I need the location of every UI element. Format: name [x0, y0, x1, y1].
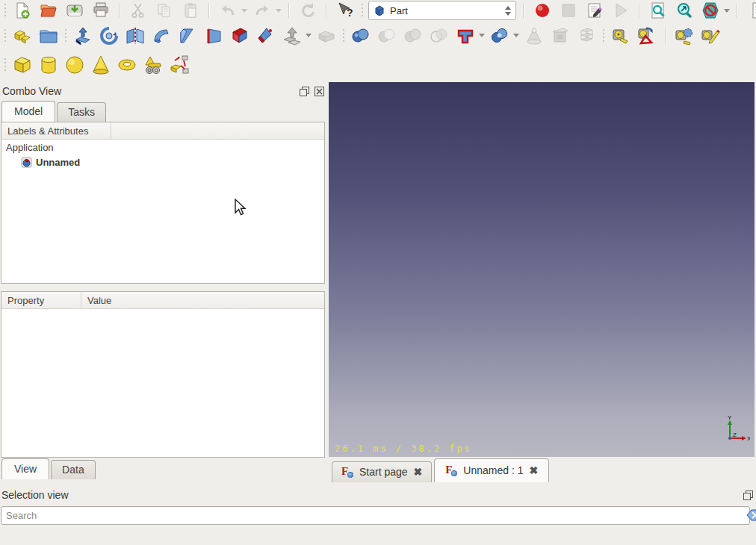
boolean-union-button[interactable] — [350, 25, 372, 46]
compound-dropdown[interactable] — [479, 34, 485, 37]
torus-button[interactable] — [116, 54, 138, 75]
print-button[interactable] — [90, 0, 112, 21]
sweep-button[interactable] — [281, 25, 303, 46]
shape-builder-button[interactable] — [168, 54, 190, 75]
tab-tasks[interactable]: Tasks — [57, 102, 106, 122]
slice-apart-button — [575, 25, 598, 46]
chamfer-button[interactable] — [176, 25, 199, 46]
value-column-header[interactable]: Value — [81, 295, 111, 306]
connect-button[interactable] — [489, 25, 511, 46]
fillet-button[interactable] — [150, 25, 173, 46]
part-workbench-button[interactable] — [11, 25, 34, 46]
separator — [639, 3, 640, 18]
slice-apart-icon — [577, 26, 596, 46]
loft-button[interactable] — [255, 25, 277, 46]
whats-this-button[interactable]: ? — [334, 0, 356, 21]
sphere-button[interactable] — [63, 54, 86, 75]
tree-root-application[interactable]: Application — [1, 140, 324, 155]
tab-start-page[interactable]: F Start page ✖ — [332, 461, 432, 482]
save-document-icon — [66, 1, 84, 19]
search-input[interactable] — [1, 506, 750, 525]
float-selection-button[interactable] — [743, 490, 753, 500]
cylinder-button[interactable] — [37, 54, 60, 75]
search-document-button[interactable] — [647, 0, 669, 21]
float-icon — [743, 490, 753, 500]
measure-angular-icon — [637, 26, 657, 46]
toolbar-grip[interactable] — [3, 58, 7, 72]
tab-unnamed-1[interactable]: F Unnamed : 1 ✖ — [434, 458, 549, 482]
measure-clear-button[interactable] — [699, 25, 722, 46]
new-document-icon — [13, 1, 31, 19]
stop-operation-icon — [701, 1, 719, 19]
close-tab-icon[interactable]: ✖ — [414, 467, 423, 477]
redo-button — [251, 0, 273, 21]
part-workbench-icon — [13, 26, 32, 46]
mirror-button[interactable] — [124, 25, 146, 46]
refresh-button — [297, 0, 319, 21]
property-panel: Property Value — [1, 291, 325, 458]
ruled-surface-button[interactable] — [229, 25, 251, 46]
3d-viewport[interactable]: 26.1 ms / 38.2 fps Y X Z — [329, 82, 755, 457]
copy-icon — [156, 2, 173, 19]
tab-data[interactable]: Data — [51, 460, 96, 479]
compound-button[interactable] — [454, 25, 477, 46]
workbench-selector[interactable]: Part — [368, 1, 516, 20]
search-document-icon — [649, 1, 667, 19]
separator — [288, 3, 290, 18]
separator — [737, 3, 738, 18]
toolbar-grip[interactable] — [341, 29, 346, 43]
macro-record-button[interactable] — [531, 0, 554, 21]
property-column-header[interactable]: Property — [1, 292, 81, 308]
tree-item-unnamed[interactable]: Unnamed — [1, 155, 324, 169]
cylinder-icon — [38, 54, 59, 75]
toolbar-grip[interactable] — [360, 4, 365, 17]
box-button[interactable] — [11, 54, 34, 75]
sweep-dropdown[interactable] — [306, 34, 312, 37]
toolbar-standard: ? Part — [0, 0, 756, 21]
clipped-document-button[interactable] — [746, 0, 756, 21]
close-tab-icon[interactable]: ✖ — [530, 465, 539, 476]
axis-z-label: Z — [733, 432, 737, 438]
new-document-button[interactable] — [11, 0, 34, 21]
measure-refresh-button[interactable] — [673, 25, 695, 46]
open-document-button[interactable] — [37, 0, 60, 21]
compound-icon — [456, 26, 475, 46]
tab-view[interactable]: View — [1, 458, 49, 479]
toolbar-grip[interactable] — [63, 29, 68, 43]
cone-button[interactable] — [90, 54, 112, 75]
close-dock-button[interactable] — [314, 86, 324, 96]
part-cube-icon — [374, 4, 385, 16]
stop-operation-button[interactable] — [699, 0, 722, 21]
separator — [665, 28, 666, 43]
box-icon — [12, 54, 33, 75]
save-document-button[interactable] — [63, 0, 86, 21]
cut-icon — [130, 2, 146, 19]
stop-operation-dropdown[interactable] — [724, 9, 730, 13]
part-import-button[interactable] — [37, 25, 60, 46]
make-face-button[interactable] — [202, 25, 225, 46]
cut-button — [127, 0, 149, 21]
boolean-xor-icon — [430, 26, 449, 46]
clear-search-icon[interactable] — [747, 509, 756, 521]
macro-edit-button[interactable] — [583, 0, 606, 21]
float-dock-button[interactable] — [299, 86, 309, 96]
zoom-selection-button[interactable] — [673, 0, 695, 21]
measure-angular-button[interactable] — [636, 25, 658, 46]
toolbar-grip[interactable] — [3, 4, 7, 17]
workbench-spinner[interactable] — [505, 6, 511, 16]
extrude-button[interactable] — [72, 25, 94, 46]
tree-column-header[interactable]: Labels & Attributes — [1, 122, 111, 139]
shape-builder-icon — [169, 54, 190, 75]
measure-linear-button[interactable] — [610, 25, 632, 46]
boolean-cut-icon — [377, 26, 397, 46]
freecad-doc-icon: F — [445, 464, 457, 476]
extrude-icon — [73, 26, 93, 46]
connect-dropdown[interactable] — [513, 34, 519, 37]
connect-icon — [490, 26, 509, 46]
toolbar-grip[interactable] — [601, 29, 606, 43]
revolve-button[interactable] — [98, 25, 120, 46]
cross-section-button — [549, 25, 571, 46]
tab-model[interactable]: Model — [1, 101, 55, 122]
toolbar-grip[interactable] — [3, 29, 7, 43]
primitives-button[interactable] — [142, 54, 164, 75]
